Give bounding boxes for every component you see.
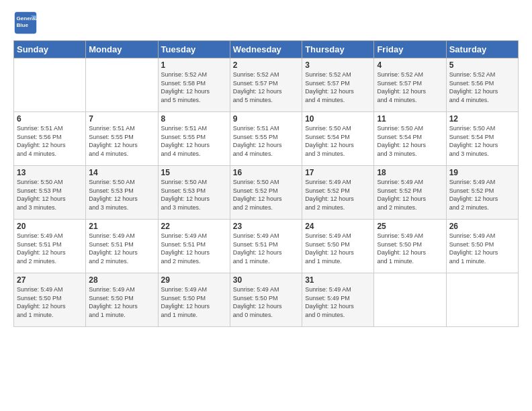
day-number: 12 <box>449 114 515 124</box>
header-cell-friday: Friday <box>374 41 446 58</box>
calendar-cell: 8Sunrise: 5:51 AM Sunset: 5:55 PM Daylig… <box>158 112 230 166</box>
calendar-cell: 5Sunrise: 5:52 AM Sunset: 5:56 PM Daylig… <box>446 58 518 112</box>
calendar-cell: 2Sunrise: 5:52 AM Sunset: 5:57 PM Daylig… <box>230 58 302 112</box>
day-number: 1 <box>161 60 227 70</box>
day-info: Sunrise: 5:50 AM Sunset: 5:54 PM Dayligh… <box>449 124 515 158</box>
calendar-cell <box>14 58 86 112</box>
day-info: Sunrise: 5:49 AM Sunset: 5:50 PM Dayligh… <box>377 232 443 265</box>
calendar-cell <box>86 58 158 112</box>
calendar-cell: 1Sunrise: 5:52 AM Sunset: 5:58 PM Daylig… <box>158 58 230 112</box>
day-number: 6 <box>17 114 83 124</box>
calendar-cell: 25Sunrise: 5:49 AM Sunset: 5:50 PM Dayli… <box>374 220 446 273</box>
day-number: 21 <box>89 222 154 231</box>
calendar-cell: 14Sunrise: 5:50 AM Sunset: 5:53 PM Dayli… <box>86 166 158 220</box>
calendar-week-3: 20Sunrise: 5:49 AM Sunset: 5:51 PM Dayli… <box>14 220 519 273</box>
day-number: 27 <box>17 275 83 285</box>
calendar-cell: 28Sunrise: 5:49 AM Sunset: 5:50 PM Dayli… <box>86 273 158 327</box>
day-number: 13 <box>17 168 83 177</box>
day-info: Sunrise: 5:51 AM Sunset: 5:55 PM Dayligh… <box>161 124 227 158</box>
day-info: Sunrise: 5:51 AM Sunset: 5:56 PM Dayligh… <box>17 124 83 158</box>
day-info: Sunrise: 5:50 AM Sunset: 5:53 PM Dayligh… <box>89 178 154 212</box>
day-info: Sunrise: 5:49 AM Sunset: 5:50 PM Dayligh… <box>89 285 154 319</box>
header-cell-sunday: Sunday <box>14 41 86 58</box>
day-number: 2 <box>233 60 299 70</box>
day-number: 24 <box>305 222 371 231</box>
header-row: SundayMondayTuesdayWednesdayThursdayFrid… <box>14 41 519 58</box>
day-info: Sunrise: 5:49 AM Sunset: 5:50 PM Dayligh… <box>161 285 227 319</box>
calendar-cell <box>446 273 518 327</box>
day-info: Sunrise: 5:51 AM Sunset: 5:55 PM Dayligh… <box>233 124 299 158</box>
header-cell-thursday: Thursday <box>302 41 374 58</box>
day-info: Sunrise: 5:49 AM Sunset: 5:51 PM Dayligh… <box>233 232 299 265</box>
day-info: Sunrise: 5:50 AM Sunset: 5:53 PM Dayligh… <box>161 178 227 212</box>
day-number: 14 <box>89 168 154 177</box>
day-number: 18 <box>377 168 443 177</box>
day-number: 10 <box>305 114 371 124</box>
day-number: 29 <box>161 275 227 285</box>
calendar-cell: 21Sunrise: 5:49 AM Sunset: 5:51 PM Dayli… <box>86 220 158 273</box>
calendar-cell: 20Sunrise: 5:49 AM Sunset: 5:51 PM Dayli… <box>14 220 86 273</box>
day-info: Sunrise: 5:50 AM Sunset: 5:54 PM Dayligh… <box>305 124 371 158</box>
calendar-cell: 24Sunrise: 5:49 AM Sunset: 5:50 PM Dayli… <box>302 220 374 273</box>
calendar-cell: 4Sunrise: 5:52 AM Sunset: 5:57 PM Daylig… <box>374 58 446 112</box>
calendar-cell: 7Sunrise: 5:51 AM Sunset: 5:55 PM Daylig… <box>86 112 158 166</box>
day-info: Sunrise: 5:49 AM Sunset: 5:50 PM Dayligh… <box>17 285 83 319</box>
day-number: 9 <box>233 114 299 124</box>
calendar-table: SundayMondayTuesdayWednesdayThursdayFrid… <box>13 40 519 327</box>
calendar-cell: 30Sunrise: 5:49 AM Sunset: 5:50 PM Dayli… <box>230 273 302 327</box>
day-info: Sunrise: 5:51 AM Sunset: 5:55 PM Dayligh… <box>89 124 154 158</box>
day-info: Sunrise: 5:50 AM Sunset: 5:53 PM Dayligh… <box>17 178 83 212</box>
day-info: Sunrise: 5:52 AM Sunset: 5:57 PM Dayligh… <box>305 71 371 104</box>
calendar-cell: 29Sunrise: 5:49 AM Sunset: 5:50 PM Dayli… <box>158 273 230 327</box>
day-number: 5 <box>449 60 515 70</box>
calendar-cell: 9Sunrise: 5:51 AM Sunset: 5:55 PM Daylig… <box>230 112 302 166</box>
calendar-cell: 16Sunrise: 5:50 AM Sunset: 5:52 PM Dayli… <box>230 166 302 220</box>
day-number: 15 <box>161 168 227 177</box>
day-number: 7 <box>89 114 154 124</box>
calendar-week-1: 6Sunrise: 5:51 AM Sunset: 5:56 PM Daylig… <box>14 112 519 166</box>
svg-text:Blue: Blue <box>17 22 29 28</box>
day-info: Sunrise: 5:49 AM Sunset: 5:52 PM Dayligh… <box>377 178 443 212</box>
day-number: 3 <box>305 60 371 70</box>
day-info: Sunrise: 5:49 AM Sunset: 5:50 PM Dayligh… <box>305 232 371 265</box>
page-header: General Blue <box>13 11 519 35</box>
day-info: Sunrise: 5:49 AM Sunset: 5:52 PM Dayligh… <box>449 178 515 212</box>
calendar-cell: 23Sunrise: 5:49 AM Sunset: 5:51 PM Dayli… <box>230 220 302 273</box>
calendar-week-0: 1Sunrise: 5:52 AM Sunset: 5:58 PM Daylig… <box>14 58 519 112</box>
calendar-week-4: 27Sunrise: 5:49 AM Sunset: 5:50 PM Dayli… <box>14 273 519 327</box>
day-info: Sunrise: 5:49 AM Sunset: 5:51 PM Dayligh… <box>161 232 227 265</box>
calendar-cell: 19Sunrise: 5:49 AM Sunset: 5:52 PM Dayli… <box>446 166 518 220</box>
day-number: 31 <box>305 275 371 285</box>
calendar-cell: 6Sunrise: 5:51 AM Sunset: 5:56 PM Daylig… <box>14 112 86 166</box>
header-cell-tuesday: Tuesday <box>158 41 230 58</box>
header-cell-wednesday: Wednesday <box>230 41 302 58</box>
day-number: 26 <box>449 222 515 231</box>
day-info: Sunrise: 5:49 AM Sunset: 5:50 PM Dayligh… <box>449 232 515 265</box>
calendar-cell: 13Sunrise: 5:50 AM Sunset: 5:53 PM Dayli… <box>14 166 86 220</box>
calendar-week-2: 13Sunrise: 5:50 AM Sunset: 5:53 PM Dayli… <box>14 166 519 220</box>
day-info: Sunrise: 5:49 AM Sunset: 5:51 PM Dayligh… <box>17 232 83 265</box>
day-info: Sunrise: 5:52 AM Sunset: 5:57 PM Dayligh… <box>233 71 299 104</box>
calendar-cell: 12Sunrise: 5:50 AM Sunset: 5:54 PM Dayli… <box>446 112 518 166</box>
calendar-cell: 17Sunrise: 5:49 AM Sunset: 5:52 PM Dayli… <box>302 166 374 220</box>
calendar-cell: 31Sunrise: 5:49 AM Sunset: 5:49 PM Dayli… <box>302 273 374 327</box>
day-number: 17 <box>305 168 371 177</box>
day-info: Sunrise: 5:52 AM Sunset: 5:56 PM Dayligh… <box>449 71 515 104</box>
day-number: 16 <box>233 168 299 177</box>
header-cell-saturday: Saturday <box>446 41 518 58</box>
day-number: 4 <box>377 60 443 70</box>
day-number: 20 <box>17 222 83 231</box>
day-info: Sunrise: 5:52 AM Sunset: 5:58 PM Dayligh… <box>161 71 227 104</box>
day-info: Sunrise: 5:49 AM Sunset: 5:49 PM Dayligh… <box>305 285 371 319</box>
header-cell-monday: Monday <box>86 41 158 58</box>
calendar-cell: 11Sunrise: 5:50 AM Sunset: 5:54 PM Dayli… <box>374 112 446 166</box>
calendar-cell: 22Sunrise: 5:49 AM Sunset: 5:51 PM Dayli… <box>158 220 230 273</box>
calendar-cell: 26Sunrise: 5:49 AM Sunset: 5:50 PM Dayli… <box>446 220 518 273</box>
day-number: 28 <box>89 275 154 285</box>
day-info: Sunrise: 5:49 AM Sunset: 5:52 PM Dayligh… <box>305 178 371 212</box>
calendar-cell: 3Sunrise: 5:52 AM Sunset: 5:57 PM Daylig… <box>302 58 374 112</box>
logo: General Blue <box>13 11 38 35</box>
logo-icon: General Blue <box>13 11 38 35</box>
day-number: 8 <box>161 114 227 124</box>
day-info: Sunrise: 5:50 AM Sunset: 5:52 PM Dayligh… <box>233 178 299 212</box>
